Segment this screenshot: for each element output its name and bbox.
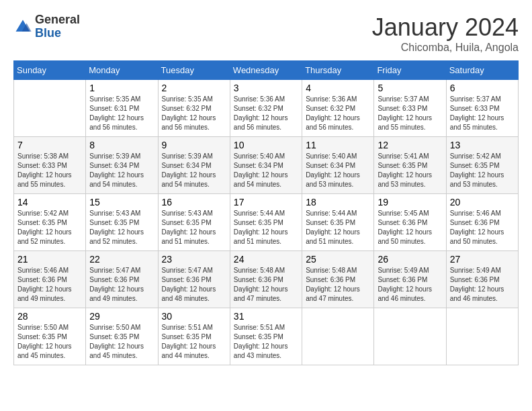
weekday-header-friday: Friday <box>374 61 446 80</box>
day-info: Sunrise: 5:48 AM Sunset: 6:36 PM Dayligh… <box>234 266 298 304</box>
day-number: 23 <box>162 254 226 265</box>
calendar-cell: 26Sunrise: 5:49 AM Sunset: 6:36 PM Dayli… <box>374 251 446 308</box>
day-info: Sunrise: 5:42 AM Sunset: 6:35 PM Dayligh… <box>450 152 515 189</box>
logo-general: General <box>35 13 80 26</box>
day-number: 3 <box>234 83 298 93</box>
day-info: Sunrise: 5:45 AM Sunset: 6:36 PM Dayligh… <box>378 209 442 246</box>
calendar-cell: 12Sunrise: 5:41 AM Sunset: 6:35 PM Dayli… <box>374 137 446 194</box>
day-number: 12 <box>378 140 442 150</box>
day-info: Sunrise: 5:49 AM Sunset: 6:36 PM Dayligh… <box>378 266 442 304</box>
week-row-2: 7Sunrise: 5:38 AM Sunset: 6:33 PM Daylig… <box>14 137 519 194</box>
calendar-cell: 31Sunrise: 5:51 AM Sunset: 6:35 PM Dayli… <box>230 308 302 365</box>
day-number: 10 <box>234 140 298 150</box>
day-number: 31 <box>234 311 298 322</box>
week-row-5: 28Sunrise: 5:50 AM Sunset: 6:35 PM Dayli… <box>14 308 519 365</box>
week-row-3: 14Sunrise: 5:42 AM Sunset: 6:35 PM Dayli… <box>14 194 519 251</box>
day-number: 24 <box>234 254 298 265</box>
calendar-cell: 22Sunrise: 5:47 AM Sunset: 6:36 PM Dayli… <box>86 251 158 308</box>
calendar-cell: 27Sunrise: 5:49 AM Sunset: 6:36 PM Dayli… <box>446 251 518 308</box>
title-area: January 2024 Chicomba, Huila, Angola <box>372 13 519 54</box>
day-info: Sunrise: 5:51 AM Sunset: 6:35 PM Dayligh… <box>162 323 226 361</box>
calendar-cell: 11Sunrise: 5:40 AM Sunset: 6:34 PM Dayli… <box>302 137 374 194</box>
calendar-cell: 8Sunrise: 5:39 AM Sunset: 6:34 PM Daylig… <box>86 137 158 194</box>
day-info: Sunrise: 5:40 AM Sunset: 6:34 PM Dayligh… <box>306 152 370 189</box>
day-info: Sunrise: 5:37 AM Sunset: 6:33 PM Dayligh… <box>378 95 442 132</box>
day-info: Sunrise: 5:51 AM Sunset: 6:35 PM Dayligh… <box>234 323 298 361</box>
day-info: Sunrise: 5:48 AM Sunset: 6:36 PM Dayligh… <box>306 266 370 304</box>
calendar-cell: 4Sunrise: 5:36 AM Sunset: 6:32 PM Daylig… <box>302 80 374 137</box>
calendar-cell: 17Sunrise: 5:44 AM Sunset: 6:35 PM Dayli… <box>230 194 302 251</box>
day-number: 11 <box>306 140 370 150</box>
day-number: 7 <box>17 140 82 150</box>
day-info: Sunrise: 5:35 AM Sunset: 6:31 PM Dayligh… <box>89 95 154 132</box>
weekday-header-thursday: Thursday <box>302 61 374 80</box>
calendar-cell: 13Sunrise: 5:42 AM Sunset: 6:35 PM Dayli… <box>446 137 518 194</box>
logo-blue-text: Blue <box>35 26 61 40</box>
day-number: 1 <box>89 83 154 93</box>
calendar-cell: 9Sunrise: 5:39 AM Sunset: 6:34 PM Daylig… <box>158 137 230 194</box>
calendar-cell: 16Sunrise: 5:43 AM Sunset: 6:35 PM Dayli… <box>158 194 230 251</box>
day-info: Sunrise: 5:36 AM Sunset: 6:32 PM Dayligh… <box>306 95 370 132</box>
week-row-4: 21Sunrise: 5:46 AM Sunset: 6:36 PM Dayli… <box>14 251 519 308</box>
calendar-cell: 15Sunrise: 5:43 AM Sunset: 6:35 PM Dayli… <box>86 194 158 251</box>
weekday-header-row: SundayMondayTuesdayWednesdayThursdayFrid… <box>14 61 519 80</box>
calendar-cell: 18Sunrise: 5:44 AM Sunset: 6:35 PM Dayli… <box>302 194 374 251</box>
day-info: Sunrise: 5:36 AM Sunset: 6:32 PM Dayligh… <box>234 95 298 132</box>
day-info: Sunrise: 5:39 AM Sunset: 6:34 PM Dayligh… <box>162 152 226 189</box>
calendar-cell <box>302 308 374 365</box>
calendar-cell: 23Sunrise: 5:47 AM Sunset: 6:36 PM Dayli… <box>158 251 230 308</box>
day-info: Sunrise: 5:35 AM Sunset: 6:32 PM Dayligh… <box>162 95 226 132</box>
calendar-cell <box>374 308 446 365</box>
day-number: 22 <box>89 254 154 265</box>
day-number: 28 <box>17 311 82 322</box>
page-header: General Blue January 2024 Chicomba, Huil… <box>13 13 519 54</box>
calendar-cell: 2Sunrise: 5:35 AM Sunset: 6:32 PM Daylig… <box>158 80 230 137</box>
day-info: Sunrise: 5:50 AM Sunset: 6:35 PM Dayligh… <box>17 323 82 361</box>
day-info: Sunrise: 5:47 AM Sunset: 6:36 PM Dayligh… <box>89 266 154 304</box>
calendar-cell: 14Sunrise: 5:42 AM Sunset: 6:35 PM Dayli… <box>14 194 86 251</box>
weekday-header-monday: Monday <box>86 61 158 80</box>
calendar-cell: 10Sunrise: 5:40 AM Sunset: 6:34 PM Dayli… <box>230 137 302 194</box>
day-number: 15 <box>89 197 154 208</box>
day-number: 21 <box>17 254 82 265</box>
day-number: 9 <box>162 140 226 150</box>
day-number: 27 <box>450 254 515 265</box>
calendar-cell: 25Sunrise: 5:48 AM Sunset: 6:36 PM Dayli… <box>302 251 374 308</box>
weekday-header-wednesday: Wednesday <box>230 61 302 80</box>
day-number: 6 <box>450 83 515 93</box>
day-number: 5 <box>378 83 442 93</box>
calendar-cell: 1Sunrise: 5:35 AM Sunset: 6:31 PM Daylig… <box>86 80 158 137</box>
day-info: Sunrise: 5:41 AM Sunset: 6:35 PM Dayligh… <box>378 152 442 189</box>
calendar-cell: 21Sunrise: 5:46 AM Sunset: 6:36 PM Dayli… <box>14 251 86 308</box>
day-info: Sunrise: 5:50 AM Sunset: 6:35 PM Dayligh… <box>89 323 154 361</box>
day-number: 16 <box>162 197 226 208</box>
logo-icon <box>13 17 32 36</box>
day-number: 8 <box>89 140 154 150</box>
weekday-header-sunday: Sunday <box>14 61 86 80</box>
day-number: 18 <box>306 197 370 208</box>
day-number: 30 <box>162 311 226 322</box>
calendar-cell: 20Sunrise: 5:46 AM Sunset: 6:36 PM Dayli… <box>446 194 518 251</box>
calendar-cell: 5Sunrise: 5:37 AM Sunset: 6:33 PM Daylig… <box>374 80 446 137</box>
logo-text-line2: Blue <box>35 27 80 40</box>
day-info: Sunrise: 5:46 AM Sunset: 6:36 PM Dayligh… <box>17 266 82 304</box>
day-number: 2 <box>162 83 226 93</box>
week-row-1: 1Sunrise: 5:35 AM Sunset: 6:31 PM Daylig… <box>14 80 519 137</box>
logo: General Blue <box>13 13 80 40</box>
location-subtitle: Chicomba, Huila, Angola <box>372 42 519 54</box>
weekday-header-tuesday: Tuesday <box>158 61 230 80</box>
day-info: Sunrise: 5:40 AM Sunset: 6:34 PM Dayligh… <box>234 152 298 189</box>
day-info: Sunrise: 5:44 AM Sunset: 6:35 PM Dayligh… <box>234 209 298 246</box>
calendar-cell: 29Sunrise: 5:50 AM Sunset: 6:35 PM Dayli… <box>86 308 158 365</box>
day-info: Sunrise: 5:38 AM Sunset: 6:33 PM Dayligh… <box>17 152 82 189</box>
day-number: 19 <box>378 197 442 208</box>
calendar-cell: 19Sunrise: 5:45 AM Sunset: 6:36 PM Dayli… <box>374 194 446 251</box>
day-number: 4 <box>306 83 370 93</box>
month-title: January 2024 <box>372 13 519 42</box>
day-number: 14 <box>17 197 82 208</box>
day-info: Sunrise: 5:46 AM Sunset: 6:36 PM Dayligh… <box>450 209 515 246</box>
day-number: 20 <box>450 197 515 208</box>
day-info: Sunrise: 5:44 AM Sunset: 6:35 PM Dayligh… <box>306 209 370 246</box>
day-info: Sunrise: 5:47 AM Sunset: 6:36 PM Dayligh… <box>162 266 226 304</box>
day-info: Sunrise: 5:49 AM Sunset: 6:36 PM Dayligh… <box>450 266 515 304</box>
